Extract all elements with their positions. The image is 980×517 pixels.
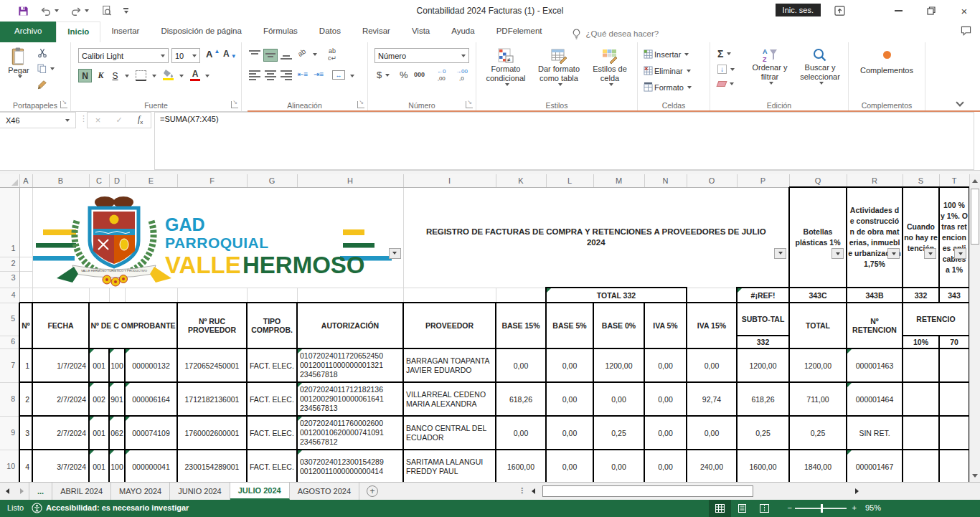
customize-qat-icon[interactable]: [123, 8, 128, 14]
cell-fecha[interactable]: 2/7/2024: [32, 416, 89, 450]
font-color-dropdown-icon[interactable]: [205, 75, 209, 77]
horizontal-scroll-thumb[interactable]: [542, 485, 753, 497]
cell-n[interactable]: 2: [19, 382, 32, 416]
fill-color-icon[interactable]: [163, 69, 174, 80]
col-header-o[interactable]: O: [687, 174, 737, 187]
undo-dropdown-icon[interactable]: [55, 9, 59, 12]
header-iva5[interactable]: IVA 5%: [644, 303, 687, 348]
scroll-down-icon[interactable]: [970, 470, 980, 481]
header-10pct[interactable]: 10%: [903, 336, 939, 348]
vertical-scrollbar[interactable]: [969, 174, 980, 482]
header-comprobante[interactable]: Nº DE C OMPROBANTE: [89, 303, 177, 348]
header-tipo[interactable]: TIPO COMPROB.: [247, 303, 297, 348]
cell-empty[interactable]: [403, 288, 496, 303]
format-as-table-button[interactable]: Dar formato como tabla: [534, 47, 584, 86]
font-color-icon[interactable]: A: [190, 69, 200, 81]
cell-empty[interactable]: [903, 382, 939, 416]
cell-343[interactable]: 343: [939, 288, 969, 303]
cell-header-botellas[interactable]: Botellas plásticas 1%: [789, 187, 847, 288]
cell-empty[interactable]: [89, 288, 109, 303]
col-header-g[interactable]: G: [247, 174, 297, 187]
col-header-q[interactable]: Q: [789, 174, 847, 187]
cell-punto[interactable]: 100: [109, 348, 125, 382]
undo-icon[interactable]: [40, 5, 52, 16]
cell-total[interactable]: 711,00: [789, 382, 847, 416]
cell-empty[interactable]: [939, 416, 969, 450]
row-header-9[interactable]: 9: [0, 416, 19, 450]
col-header-n[interactable]: N: [644, 174, 687, 187]
header-total[interactable]: TOTAL: [789, 303, 847, 348]
cell-343c[interactable]: 343C: [789, 288, 847, 303]
sheet-tab-abril[interactable]: ABRIL 2024: [52, 483, 111, 500]
header-fecha[interactable]: FECHA: [32, 303, 89, 348]
increase-indent-icon[interactable]: ⇥≡: [314, 70, 324, 78]
cell-empty[interactable]: [32, 288, 89, 303]
cell-punto[interactable]: 062: [109, 416, 125, 450]
cut-button[interactable]: [37, 48, 47, 58]
sheet-nav-left-icon[interactable]: [0, 483, 14, 500]
cell-empty[interactable]: [177, 288, 247, 303]
cell-header-otras-retenciones[interactable]: 100 % y 1%. Otras retenciones aplicables…: [939, 187, 969, 288]
tab-archivo[interactable]: Archivo: [0, 22, 56, 42]
sin-retencion-dropdown-icon[interactable]: [924, 248, 936, 259]
sign-in-button[interactable]: Inic. ses.: [776, 4, 821, 16]
decrease-font-icon[interactable]: A▼: [223, 49, 237, 59]
cell-base15[interactable]: 0,00: [496, 348, 546, 382]
cell-base15[interactable]: 618,26: [496, 382, 546, 416]
zoom-slider-thumb[interactable]: [821, 504, 823, 513]
increase-font-icon[interactable]: A▲: [206, 49, 220, 60]
cell-proveedor[interactable]: BARRAGAN TOAPANTA JAVIER EDUARDO: [403, 348, 496, 382]
alignment-dialog-launcher-icon[interactable]: ↘: [357, 101, 364, 108]
col-header-e[interactable]: E: [125, 174, 177, 187]
cell-subtotal[interactable]: 0,25: [737, 416, 789, 450]
sheet-tab-junio[interactable]: JUNIO 2024: [170, 483, 230, 500]
name-box[interactable]: X46: [0, 112, 76, 128]
cell-tipo[interactable]: FACT. ELEC.: [247, 450, 297, 482]
new-sheet-icon[interactable]: +: [367, 485, 378, 497]
cell-iva15[interactable]: 0,00: [687, 416, 737, 450]
cell-ruc[interactable]: 2300154289001: [177, 450, 247, 482]
tell-me-box[interactable]: ¿Qué desea hacer?: [572, 22, 659, 42]
cell-empty[interactable]: [109, 288, 125, 303]
tab-insertar[interactable]: Insertar: [100, 22, 150, 42]
col-header-r[interactable]: R: [847, 174, 903, 187]
view-page-break-icon[interactable]: [753, 500, 776, 517]
header-subtotal[interactable]: SUBTO-TAL: [737, 303, 789, 336]
fill-icon[interactable]: ↓: [717, 65, 735, 74]
header-70pct[interactable]: 70: [939, 336, 969, 348]
header-base5[interactable]: BASE 5%: [546, 303, 593, 348]
botellas-dropdown-icon[interactable]: [831, 248, 844, 259]
tab-revisar[interactable]: Revisar: [352, 22, 401, 42]
insert-cells-button[interactable]: Insertar: [644, 49, 689, 59]
col-header-s[interactable]: S: [903, 174, 939, 187]
col-header-p[interactable]: P: [737, 174, 789, 187]
cell-empty[interactable]: [939, 450, 969, 482]
autosum-icon[interactable]: Σ: [717, 48, 731, 60]
cell-autorizacion[interactable]: 02072024011760002600 0012001062000074109…: [297, 416, 403, 450]
cell-autorizacion[interactable]: 03072024012300154289 0012001100000000041…: [297, 450, 403, 482]
col-header-f[interactable]: F: [177, 174, 247, 187]
cell-base15[interactable]: 0,00: [496, 416, 546, 450]
cell-n[interactable]: 1: [19, 348, 32, 382]
clipboard-dialog-launcher-icon[interactable]: ↘: [60, 101, 67, 108]
cell-base5[interactable]: 0,00: [546, 416, 593, 450]
ribbon-display-options-icon[interactable]: [825, 0, 854, 22]
header-base0[interactable]: BASE 0%: [593, 303, 644, 348]
tab-datos[interactable]: Datos: [308, 22, 352, 42]
copy-button[interactable]: [37, 64, 55, 73]
sheet-nav-right-icon[interactable]: [14, 483, 29, 500]
borders-icon[interactable]: [136, 70, 146, 81]
col-header-b[interactable]: B: [32, 174, 89, 187]
align-center-icon[interactable]: [263, 69, 278, 82]
bold-button[interactable]: N: [78, 69, 92, 82]
cell-autorizacion[interactable]: 02072024011712182136 0012002901000006164…: [297, 382, 403, 416]
cell-ruc[interactable]: 1720652450001: [177, 348, 247, 382]
cell-ruc[interactable]: 1760002600001: [177, 416, 247, 450]
cell-empty[interactable]: [903, 450, 939, 482]
col-header-a[interactable]: A: [19, 174, 32, 187]
sheet-tab-mayo[interactable]: MAYO 2024: [111, 483, 170, 500]
cell-343b[interactable]: 343B: [847, 288, 903, 303]
otras-dropdown-icon[interactable]: [954, 248, 966, 259]
cell-empty[interactable]: [19, 187, 32, 288]
align-top-icon[interactable]: [248, 49, 262, 62]
